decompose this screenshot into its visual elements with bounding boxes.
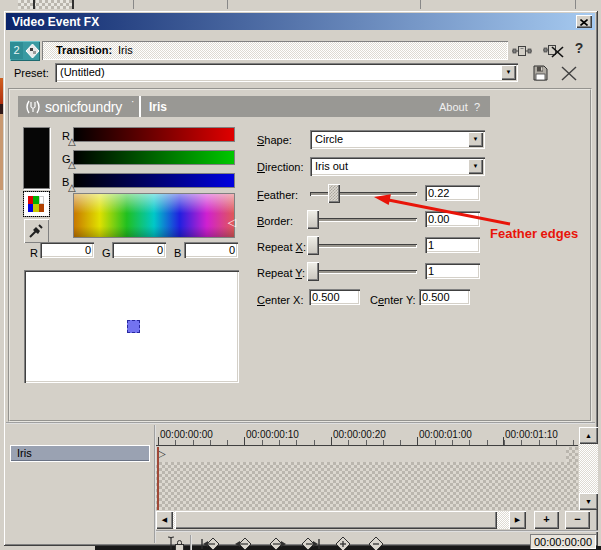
brand-name: sonicfoundry	[45, 99, 122, 115]
keyframe-toolbar: 00:00:00:00	[156, 532, 598, 550]
shape-dropdown[interactable]: Circle ▼	[310, 130, 485, 149]
ruler-minor-ticks	[158, 440, 574, 445]
last-keyframe-button[interactable]	[297, 533, 323, 550]
delete-preset-button[interactable]	[559, 64, 579, 82]
green-value-field[interactable]: 0	[112, 242, 166, 258]
blue-value-label: B	[174, 246, 181, 260]
zoom-in-button[interactable]: +	[534, 511, 559, 529]
repeat-y-slider-thumb[interactable]	[307, 262, 319, 281]
direction-value: Iris out	[315, 160, 348, 173]
blue-value-field[interactable]: 0	[184, 242, 238, 258]
red-slider-handle[interactable]: △	[68, 136, 76, 147]
vertical-scrollbar[interactable]: ▲ ▼	[579, 427, 598, 510]
repeat-y-label: Repeat Y:	[257, 266, 305, 280]
desktop-checker-strip	[18, 0, 72, 9]
insert-keyframe-button[interactable]	[330, 533, 356, 550]
scroll-up-button[interactable]: ▲	[579, 427, 598, 444]
track-item-label: Iris	[17, 447, 32, 460]
sonicfoundry-logo-icon	[24, 99, 42, 115]
border-slider-track[interactable]	[310, 218, 417, 222]
keyframe-area[interactable]	[156, 462, 578, 510]
color-spectrum[interactable]: ◁	[74, 194, 234, 237]
title-bar[interactable]: Video Event FX	[6, 13, 595, 30]
palette-mode-button[interactable]	[24, 192, 49, 216]
sync-cursor-button[interactable]	[164, 533, 186, 550]
scroll-left-button[interactable]: ◀	[156, 511, 173, 529]
preview-center-handle[interactable]	[127, 320, 140, 333]
horizontal-scrollbar[interactable]: ◀ ▶ + −	[156, 511, 598, 529]
center-y-field[interactable]: 0.500	[419, 289, 470, 305]
red-value-field[interactable]: 0	[40, 242, 94, 258]
help-button[interactable]: ?	[571, 40, 587, 58]
preset-dropdown-button[interactable]: ▼	[501, 65, 516, 80]
desktop-divider	[133, 0, 134, 9]
track-item-iris[interactable]: Iris	[11, 446, 149, 461]
feather-slider-track[interactable]	[310, 192, 417, 196]
ruler-major-tick	[417, 437, 418, 445]
ruler-major-tick	[331, 437, 332, 445]
chevron-down-icon: ▼	[473, 163, 479, 169]
scroll-right-button[interactable]: ▶	[509, 511, 526, 529]
ruler-label: 00:00:00:10	[246, 429, 299, 440]
feather-value-field[interactable]: 0.22	[425, 185, 480, 201]
close-icon	[580, 19, 588, 26]
repeat-x-value-field[interactable]: 1	[425, 237, 480, 253]
red-channel-bar[interactable]	[74, 128, 234, 141]
spectrum-marker[interactable]: ◁	[228, 216, 236, 229]
chevron-down-icon: ▼	[473, 136, 479, 142]
eyedropper-button[interactable]	[24, 219, 49, 243]
timeline-ruler[interactable]: 00:00:00:00 00:00:00:10 00:00:00:20 00:0…	[156, 427, 578, 446]
delete-keyframe-button[interactable]	[363, 533, 389, 550]
transition-preview[interactable]	[24, 270, 239, 383]
preset-combobox[interactable]: (Untitled) ▼	[55, 63, 518, 82]
save-preset-button[interactable]	[530, 64, 550, 82]
keyframe-start-marker[interactable]: ▷	[158, 448, 166, 459]
green-slider-handle[interactable]: △	[68, 159, 76, 170]
center-x-label: Center X:	[257, 293, 303, 307]
first-keyframe-icon	[199, 534, 223, 550]
border-value-field[interactable]: 0.00	[425, 211, 480, 227]
delete-keyframe-icon	[364, 534, 388, 550]
center-y-label: Center Y:	[370, 293, 416, 307]
repeat-x-slider-track[interactable]	[310, 244, 417, 248]
close-button[interactable]	[576, 15, 592, 28]
border-slider-thumb[interactable]	[307, 210, 319, 229]
ruler-label: 00:00:00:20	[333, 429, 386, 440]
keyframe-area-overflow	[566, 447, 578, 462]
arrow-left-icon: ◀	[162, 516, 167, 523]
about-link[interactable]: About	[439, 101, 468, 113]
ruler-major-tick	[244, 437, 245, 445]
plugin-chain-button[interactable]	[511, 42, 533, 60]
remove-plugin-button[interactable]	[542, 42, 566, 60]
repeat-x-slider-thumb[interactable]	[307, 236, 319, 255]
scrollbar-thumb[interactable]	[175, 511, 497, 529]
scroll-down-button[interactable]: ▼	[579, 493, 598, 510]
repeat-x-label: Repeat X:	[257, 240, 306, 254]
zoom-out-button[interactable]: −	[565, 511, 590, 529]
border-label: Border:	[257, 214, 293, 228]
previous-keyframe-icon	[232, 534, 256, 550]
direction-dropdown-button[interactable]: ▼	[468, 159, 483, 174]
repeat-y-value-field[interactable]: 1	[425, 263, 480, 279]
first-keyframe-button[interactable]	[198, 533, 224, 550]
keyframe-strip[interactable]: ▷	[156, 447, 566, 462]
blue-channel-bar[interactable]	[74, 174, 234, 187]
feather-slider-thumb[interactable]	[328, 184, 340, 203]
direction-dropdown[interactable]: Iris out ▼	[310, 157, 485, 176]
previous-keyframe-button[interactable]	[231, 533, 257, 550]
banner-help-link[interactable]: ?	[474, 101, 480, 113]
timeline-cursor[interactable]	[157, 447, 159, 510]
desktop-divider	[575, 0, 576, 9]
color-swatch[interactable]	[24, 128, 49, 188]
desktop-background	[0, 0, 601, 10]
plus-icon: +	[543, 513, 549, 525]
next-keyframe-button[interactable]	[264, 533, 290, 550]
track-list-pane: Iris	[6, 425, 154, 543]
center-x-field[interactable]: 0.500	[309, 289, 360, 305]
shape-dropdown-button[interactable]: ▼	[468, 132, 483, 147]
repeat-y-slider-track[interactable]	[310, 270, 417, 274]
green-channel-bar[interactable]	[74, 151, 234, 164]
desktop-divider	[227, 0, 228, 9]
plugin-name: Iris	[149, 100, 167, 114]
blue-slider-handle[interactable]: △	[68, 182, 76, 193]
